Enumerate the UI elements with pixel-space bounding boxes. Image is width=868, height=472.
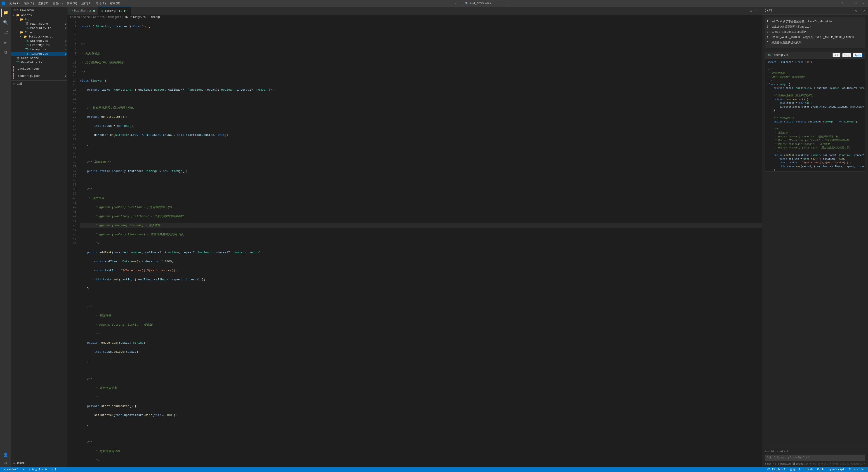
settings-icon[interactable]: ⚙ xyxy=(842,1,843,6)
tree-main-entry-label: MainEntry.ts xyxy=(30,26,65,30)
code-editor[interactable]: 12345 678910 1112131415 1617181920 21222… xyxy=(67,20,762,467)
menu-edit[interactable]: 编辑(E) xyxy=(22,1,36,6)
minimize-btn[interactable]: ─ xyxy=(845,1,851,6)
dirty-badge: U xyxy=(65,49,66,51)
activity-search[interactable]: 🔍 xyxy=(1,19,9,27)
eol-text: CRLF xyxy=(817,468,824,471)
search-bar[interactable]: 🔍 c2d_framework xyxy=(463,1,508,6)
status-problems[interactable]: ✗ 0 xyxy=(51,467,57,472)
editor-area: TS DataMgr.ts TS TimeMgr.ts ✕ ⊡ ⋯ assets… xyxy=(67,7,762,467)
bc-core[interactable]: Core xyxy=(83,15,90,19)
timeline-title[interactable]: ▶ 时间线 xyxy=(11,460,67,466)
chat-new-btn[interactable]: + xyxy=(851,8,854,13)
tab-timemgr[interactable]: TS TimeMgr.ts ✕ xyxy=(98,7,131,15)
status-eol[interactable]: CRLF xyxy=(816,467,825,472)
outline-title[interactable]: ▶ 大纲 xyxy=(11,81,67,87)
chat-input[interactable] xyxy=(765,454,865,461)
tree-scripts-man[interactable]: ▼ 📂 Scripts\Man... xyxy=(11,35,67,39)
chat-image-tag[interactable]: 🖼 Image xyxy=(793,462,803,465)
add-context-btn[interactable]: + + Add context xyxy=(765,450,865,453)
split-editor-btn[interactable]: ⊡ xyxy=(748,8,754,13)
status-spaces[interactable]: 空格: 4 xyxy=(789,467,801,472)
tree-timemgr[interactable]: TS TimeMgr.ts U xyxy=(11,52,67,56)
status-right: 行 23，列 40 空格: 4 UTF-8 CRLF TypeScript Cu… xyxy=(766,467,866,472)
close-tab-icon[interactable]: ✕ xyxy=(127,9,128,12)
status-sync[interactable]: ⊙ xyxy=(22,467,25,472)
tree-main-scene[interactable]: 🎬 Main.scene U xyxy=(11,22,67,26)
bc-managers[interactable]: Managers xyxy=(108,15,121,19)
timeline-label: ▶ 时间线 xyxy=(13,461,25,465)
chat-history-btn[interactable]: ⊙ xyxy=(855,8,857,13)
suggestion-item-4: EVENT_AFTER_UPDATE 应该改为 EVENT_AFTER_SCEN… xyxy=(772,35,863,40)
git-branch-icon: ⎇ xyxy=(3,468,6,471)
tree-tsconfig[interactable]: { } tsconfig.json U xyxy=(11,72,67,80)
tree-game-entry[interactable]: TS GameEntry.ts xyxy=(11,60,67,65)
status-language[interactable]: TypeScript xyxy=(827,467,845,472)
activity-settings[interactable]: ⚙ xyxy=(1,459,9,467)
menu-run[interactable]: 运行(R) xyxy=(80,1,94,6)
status-errors[interactable]: ⚠ 0 △ 0 ✗ 0 xyxy=(28,467,48,472)
bc-sep4: › xyxy=(122,15,124,19)
dirty-badge: U xyxy=(65,23,66,25)
copy-btn[interactable]: Copy xyxy=(842,53,851,57)
bc-symbol[interactable]: TimeMgr xyxy=(149,15,160,19)
ask-btn[interactable]: Ask xyxy=(833,53,840,57)
title-bar-left: 文件(F) 编辑(E) 选择(S) 查看(V) 转到(G) 运行(R) 终端(T… xyxy=(2,1,122,6)
maximize-btn[interactable]: □ xyxy=(853,1,859,6)
encoding-text: UTF-8 xyxy=(804,468,813,471)
arrow-icon: ▼ xyxy=(20,35,24,38)
app-body: 📁 🔍 ⎇ ▶ ⧉ 👤 ⚙ C2D FRAMEWORK ▼ 📂 assets ▼… xyxy=(0,7,868,467)
code-content[interactable]: import { Director, director } from 'cc';… xyxy=(78,20,762,467)
menu-terminal[interactable]: 终端(T) xyxy=(94,1,108,6)
activity-extensions[interactable]: ⧉ xyxy=(1,49,9,57)
dirty-indicator xyxy=(124,10,125,12)
menu-view[interactable]: 查看(V) xyxy=(51,1,65,6)
tree-eventmgr[interactable]: TS EventMgr.ts U xyxy=(11,43,67,48)
bc-scripts[interactable]: Scripts xyxy=(93,15,104,19)
tree-assets[interactable]: ▼ 📂 assets xyxy=(11,13,67,18)
activity-git[interactable]: ⎇ xyxy=(1,29,9,37)
dirty-badge: U xyxy=(65,40,66,42)
bc-file[interactable]: TS TimeMgr.ts xyxy=(125,15,146,19)
tree-main-entry[interactable]: TS MainEntry.ts U xyxy=(11,26,67,30)
chat-shortcut: alt+# no context # chat ctrl+E codebase … xyxy=(804,463,865,465)
menu-file[interactable]: 文件(F) xyxy=(8,1,22,6)
chat-code-content: import { director } from 'cc'; /** * 时间管… xyxy=(765,59,865,171)
breadcrumb: assets › Core › Scripts › Managers › TS … xyxy=(67,15,762,20)
activity-accounts[interactable]: 👤 xyxy=(1,451,9,459)
suggestion-item-3: 去掉isTaskCompleted函数 xyxy=(772,30,863,34)
search-icon: 🔍 xyxy=(465,2,469,5)
model-label: gpt-4o xyxy=(767,463,776,465)
tree-package-json[interactable]: { } package.json xyxy=(11,65,67,72)
close-btn[interactable]: ✕ xyxy=(860,1,866,6)
tree-game-scene[interactable]: 🎬 Game.scene xyxy=(11,56,67,60)
tree-datamgr[interactable]: TS DataMgr.ts U xyxy=(11,39,67,43)
ts-icon: TS xyxy=(25,39,29,43)
status-cursor[interactable]: 行 23，列 40 xyxy=(766,467,786,472)
status-encoding[interactable]: UTF-8 xyxy=(804,467,813,472)
menu-goto[interactable]: 转到(G) xyxy=(65,1,79,6)
title-bar-menus: 文件(F) 编辑(E) 选择(S) 查看(V) 转到(G) 运行(R) 终端(T… xyxy=(8,1,122,6)
activity-debug[interactable]: ▶ xyxy=(1,38,9,46)
tree-logmgr-label: LogMgr.ts xyxy=(30,48,65,51)
nav-back[interactable]: ← xyxy=(455,1,458,5)
apply-btn[interactable]: Apply xyxy=(853,53,862,57)
menu-select[interactable]: 选择(S) xyxy=(36,1,51,6)
add-icon: + xyxy=(765,450,766,453)
chat-close-btn[interactable]: ✕ xyxy=(863,8,865,13)
tree-core[interactable]: ▼ 📂 Core xyxy=(11,30,67,35)
tab-datamgr[interactable]: TS DataMgr.ts xyxy=(67,7,98,15)
activity-explorer[interactable]: 📁 xyxy=(1,8,9,17)
chat-model-tag[interactable]: ◈ gpt-4o xyxy=(765,462,776,465)
more-actions-btn[interactable]: ⋯ xyxy=(754,8,760,13)
suggestion-item-5: 最后修改后重新优化代码 xyxy=(772,41,863,45)
tree-app[interactable]: ▼ 📂 App xyxy=(11,18,67,22)
chat-expand-btn[interactable]: □ xyxy=(859,8,862,13)
suggestion-item-1: addTask多了不必要的参数: taskId、duration xyxy=(772,20,863,24)
bc-assets[interactable]: assets xyxy=(70,15,80,19)
status-branch[interactable]: ⎇ master* xyxy=(2,467,19,472)
chat-mention-tag[interactable]: @ Mention xyxy=(778,462,791,465)
menu-help[interactable]: 帮助(H) xyxy=(108,1,122,6)
tree-logmgr[interactable]: TS LogMgr.ts U xyxy=(11,48,67,52)
status-cursor-tab[interactable]: Cursor Tab xyxy=(848,467,866,472)
